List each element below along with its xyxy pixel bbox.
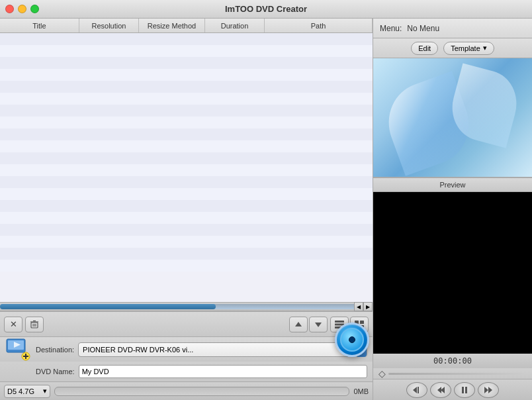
disc-size-arrow-icon: ▾ (43, 387, 47, 395)
add-video-icon[interactable] (5, 338, 32, 362)
col-header-title: Title (0, 19, 79, 32)
table-row (0, 164, 373, 176)
right-panel: Menu: No Menu Edit Template ▾ Preview 00… (373, 19, 532, 400)
burn-btn-hole (349, 336, 355, 343)
col-header-resize: Resize Method (139, 19, 205, 32)
table-header: Title Resolution Resize Method Duration … (0, 19, 373, 33)
window-title: ImTOO DVD Creator (225, 4, 307, 14)
trash-button[interactable] (25, 317, 44, 332)
table-row (0, 224, 373, 236)
table-row (0, 45, 373, 57)
burn-button[interactable] (335, 323, 369, 357)
table-row (0, 212, 373, 224)
seek-track[interactable] (388, 373, 527, 375)
move-up-button[interactable] (289, 317, 308, 332)
table-row (0, 248, 373, 260)
scroll-track[interactable] (0, 304, 359, 309)
timecode-display: 00:00:00 (373, 354, 532, 368)
table-row (0, 188, 373, 200)
main-content: Title Resolution Resize Method Duration … (0, 19, 532, 400)
seek-handle-icon[interactable]: ◇ (378, 368, 386, 379)
svg-rect-25 (462, 387, 464, 393)
status-row: D5 4.7G ▾ 0MB (0, 381, 373, 400)
template-button[interactable]: Template ▾ (443, 42, 494, 55)
video-preview (373, 192, 532, 354)
destination-dropdown[interactable]: PIONEER DVD-RW DVR-K06 vi... ▾ (78, 342, 367, 357)
menu-preview-image (373, 58, 532, 177)
table-row (0, 57, 373, 69)
col-header-duration: Duration (205, 19, 265, 32)
disc-size-label: D5 4.7G (7, 387, 34, 395)
step-forward-button[interactable] (478, 382, 499, 398)
move-down-button[interactable] (309, 317, 328, 332)
table-row (0, 93, 373, 105)
menu-label: Menu: (380, 24, 402, 33)
dvd-name-row: DVD Name: (0, 362, 373, 381)
col-header-resolution: Resolution (79, 19, 139, 32)
template-arrow-icon: ▾ (483, 44, 487, 52)
menu-bar: Menu: No Menu (373, 19, 532, 38)
table-row (0, 176, 373, 188)
scroll-right-button[interactable]: ▶ (363, 302, 373, 311)
transport-controls (373, 379, 532, 400)
col-header-path: Path (265, 19, 373, 32)
edit-button[interactable]: Edit (411, 42, 438, 55)
pause-button[interactable] (454, 382, 475, 398)
table-row (0, 128, 373, 140)
title-bar: ImTOO DVD Creator (0, 0, 532, 19)
dvd-name-input[interactable] (79, 365, 367, 378)
disc-size-dropdown[interactable]: D5 4.7G ▾ (4, 385, 50, 398)
seek-bar-row: ◇ (373, 368, 532, 379)
svg-marker-6 (295, 322, 302, 326)
burn-btn-inner (340, 328, 364, 352)
window-controls (5, 5, 39, 13)
scroll-arrows: ◀ ▶ (354, 302, 373, 311)
rewind-button[interactable] (406, 382, 427, 398)
destination-row: Destination: PIONEER DVD-RW DVR-K06 vi..… (0, 336, 373, 362)
svg-rect-22 (418, 387, 419, 393)
destination-value: PIONEER DVD-RW DVR-K06 vi... (83, 346, 357, 354)
table-row (0, 152, 373, 164)
used-space-label: 0MB (353, 387, 369, 395)
destination-label: Destination: (36, 346, 74, 354)
table-row (0, 81, 373, 93)
table-row (0, 105, 373, 117)
delete-button[interactable]: ✕ (4, 317, 22, 332)
svg-marker-27 (484, 387, 488, 393)
scroll-left-button[interactable]: ◀ (354, 302, 363, 311)
preview-label: Preview (373, 177, 532, 192)
table-row (0, 140, 373, 152)
table-row (0, 236, 373, 248)
horizontal-scrollbar[interactable]: ◀ ▶ (0, 302, 373, 311)
table-row (0, 117, 373, 128)
table-row (0, 260, 373, 272)
menu-value: No Menu (407, 24, 439, 33)
svg-marker-7 (315, 323, 322, 327)
left-panel: Title Resolution Resize Method Duration … (0, 19, 373, 400)
dvd-name-label: DVD Name: (36, 368, 75, 375)
bottom-toolbar: ✕ (0, 311, 373, 336)
move-buttons (289, 317, 328, 332)
step-back-button[interactable] (430, 382, 451, 398)
svg-marker-21 (413, 387, 417, 393)
svg-marker-28 (488, 387, 492, 393)
table-row (0, 69, 373, 81)
maximize-button[interactable] (30, 5, 39, 13)
usage-progress-bar (54, 387, 349, 396)
burn-button-container (335, 323, 369, 357)
svg-rect-26 (465, 387, 467, 393)
scroll-thumb[interactable] (0, 304, 216, 309)
table-row (0, 200, 373, 212)
close-button[interactable] (5, 5, 14, 13)
minimize-button[interactable] (18, 5, 26, 13)
table-row (0, 33, 373, 45)
file-table (0, 33, 373, 302)
action-buttons: Edit Template ▾ (373, 38, 532, 58)
